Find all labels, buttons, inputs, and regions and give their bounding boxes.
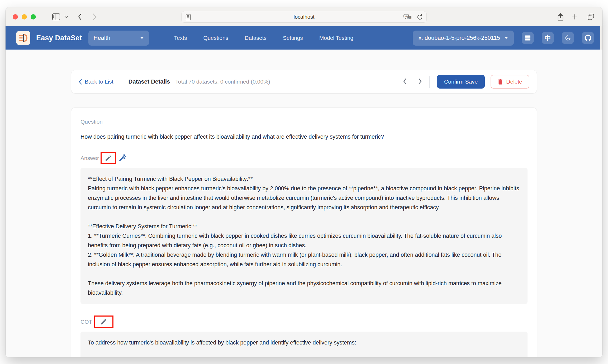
nav-item-datasets[interactable]: Datasets	[245, 35, 267, 41]
language-toggle-icon: 中	[545, 34, 551, 42]
nav-menu: Texts Questions Datasets Settings Model …	[174, 35, 354, 41]
cot-label: COT	[80, 319, 92, 325]
cot-text: To address how turmeric's bioavailabilit…	[80, 332, 528, 357]
language-toggle-button[interactable]: 中	[542, 32, 554, 44]
reader-icon[interactable]	[185, 14, 191, 21]
project-select-value: Health	[94, 35, 111, 41]
github-button[interactable]	[582, 32, 594, 44]
new-tab-icon[interactable]	[571, 7, 578, 26]
address-bar[interactable]: localhost A 文	[181, 11, 427, 23]
browser-window: localhost A 文	[6, 7, 602, 357]
delete-button[interactable]: Delete	[491, 75, 529, 89]
github-icon	[585, 35, 591, 41]
reload-icon[interactable]	[416, 14, 423, 21]
delete-label: Delete	[506, 79, 522, 85]
minimize-window-button[interactable]	[22, 14, 27, 20]
answer-header: Answer	[80, 152, 528, 164]
moon-icon	[565, 35, 571, 41]
app-title: Easy DataSet	[36, 34, 82, 42]
dataset-toolbar: Back to List Dataset Details Total 70 da…	[71, 70, 537, 94]
chevron-left-icon	[403, 78, 407, 84]
back-button[interactable]	[78, 7, 82, 26]
app-navbar: Easy DataSet Health Texts Questions Data…	[6, 26, 602, 50]
dataset-stats: Total 70 datasets, 0 confirmed (0.00%)	[175, 79, 270, 85]
back-to-list-label: Back to List	[85, 79, 113, 85]
nav-item-settings[interactable]: Settings	[283, 35, 303, 41]
page-content: Back to List Dataset Details Total 70 da…	[6, 50, 602, 357]
sidebar-toggle-icon[interactable]	[52, 7, 60, 26]
project-select[interactable]: Health	[88, 31, 149, 46]
window-controls	[13, 14, 36, 20]
trash-icon	[498, 79, 503, 85]
url-text: localhost	[294, 14, 315, 20]
browser-toolbar: localhost A 文	[6, 7, 602, 26]
annotation-highlight-box	[94, 316, 113, 328]
zoom-window-button[interactable]	[31, 14, 36, 20]
ai-optimize-wand-icon[interactable]	[119, 154, 127, 163]
page-title: Dataset Details	[129, 78, 170, 85]
svg-text:文: 文	[408, 16, 411, 19]
model-select[interactable]: x: doubao-1-5-pro-256k-250115	[413, 31, 514, 46]
task-list-button[interactable]	[522, 32, 534, 44]
cot-header: COT	[80, 316, 528, 328]
divider	[429, 76, 430, 88]
answer-text: **Effect of Pairing Turmeric with Black …	[80, 168, 528, 304]
nav-item-texts[interactable]: Texts	[174, 35, 187, 41]
dataset-detail-card: Question How does pairing turmeric with …	[71, 107, 537, 357]
next-dataset-button[interactable]	[418, 78, 422, 85]
scrollbar[interactable]	[600, 26, 602, 50]
model-select-value: x: doubao-1-5-pro-256k-250115	[419, 35, 500, 41]
annotation-highlight-box	[101, 152, 116, 164]
nav-item-model-testing[interactable]: Model Testing	[319, 35, 353, 41]
edit-answer-pencil-icon[interactable]	[105, 154, 112, 162]
forward-button[interactable]	[93, 7, 97, 26]
divider	[121, 76, 121, 88]
chevron-left-icon	[79, 79, 82, 85]
tab-overview-icon[interactable]	[587, 7, 595, 26]
nav-item-questions[interactable]: Questions	[203, 35, 229, 41]
confirm-save-button[interactable]: Confirm Save	[437, 75, 485, 89]
chevron-down-icon	[504, 37, 508, 39]
sidebar-chevron-icon[interactable]	[64, 7, 68, 26]
question-label: Question	[80, 119, 528, 125]
back-to-list-link[interactable]: Back to List	[79, 79, 113, 85]
translate-icon[interactable]: A 文	[403, 13, 412, 21]
close-window-button[interactable]	[13, 14, 18, 20]
dark-mode-button[interactable]	[562, 32, 574, 44]
chevron-right-icon	[418, 78, 422, 84]
svg-text:A: A	[405, 15, 407, 18]
share-icon[interactable]	[557, 7, 564, 26]
question-text: How does pairing turmeric with black pep…	[80, 133, 528, 141]
answer-label: Answer	[80, 155, 99, 161]
chevron-down-icon	[140, 37, 144, 39]
edit-cot-pencil-icon[interactable]	[100, 318, 107, 325]
app-logo	[16, 31, 30, 45]
previous-dataset-button[interactable]	[403, 78, 407, 85]
